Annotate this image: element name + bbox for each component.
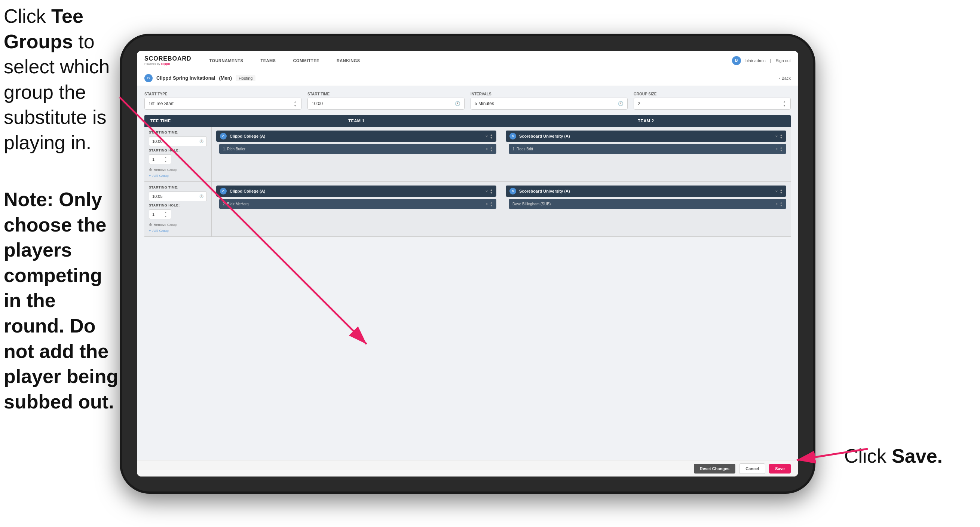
team2-up-1[interactable]: ▲ xyxy=(780,134,783,136)
team2-card-left-1: S Scoreboard University (A) xyxy=(509,133,570,140)
player-down-2-1[interactable]: ▼ xyxy=(780,149,783,152)
starting-hole-input-2[interactable]: 1 ▲ ▼ xyxy=(149,209,171,219)
logo-area: SCOREBOARD Powered by clippd xyxy=(145,55,191,65)
team2-remove-1[interactable]: × xyxy=(775,134,778,139)
team1-down-2[interactable]: ▼ xyxy=(490,191,493,194)
reset-changes-button[interactable]: Reset Changes xyxy=(694,464,735,473)
team2-down-2[interactable]: ▼ xyxy=(780,191,783,194)
player-remove-2-1[interactable]: × xyxy=(775,147,778,151)
table-row: STARTING TIME: 10:00 🕐 STARTING HOLE: 1 … xyxy=(145,127,791,182)
player-card-1-2[interactable]: 2. Blair McHarg × ▲ ▼ xyxy=(219,199,496,209)
save-button[interactable]: Save xyxy=(769,464,791,473)
sub-header: B Clippd Spring Invitational (Men) Hosti… xyxy=(137,70,798,86)
start-type-input[interactable]: 1st Tee Start ▲ ▼ xyxy=(145,98,301,110)
player-remove-1-2[interactable]: × xyxy=(485,202,488,206)
nav-committee[interactable]: COMMITTEE xyxy=(290,57,323,64)
add-group-button-2[interactable]: + Add Group xyxy=(149,229,207,232)
player-card-2-1[interactable]: 1. Rees Britt × ▲ ▼ xyxy=(509,144,786,154)
team1-header: Team 1 xyxy=(212,115,501,127)
player-up-1-1[interactable]: ▲ xyxy=(490,146,493,149)
clippd-brand: clippd xyxy=(161,62,170,65)
player-down-1-1[interactable]: ▼ xyxy=(490,149,493,152)
team1-arrows-2: ▲ ▼ xyxy=(490,188,493,194)
remove-group-button-1[interactable]: 🗑 Remove Group xyxy=(149,168,207,172)
instruction-text: Click Tee Groups to select which group t… xyxy=(4,4,120,156)
team1-down-1[interactable]: ▼ xyxy=(490,137,493,139)
starting-time-input-1[interactable]: 10:00 🕐 xyxy=(149,137,207,146)
tournament-gender: (Men) xyxy=(219,75,232,81)
cancel-button[interactable]: Cancel xyxy=(739,463,765,474)
team2-arrows-2: ▲ ▼ xyxy=(780,188,783,194)
tee-groups: STARTING TIME: 10:00 🕐 STARTING HOLE: 1 … xyxy=(145,127,791,237)
tee-time-header: Tee Time xyxy=(145,115,212,127)
player-remove-1-1[interactable]: × xyxy=(485,147,488,151)
player-remove-2-2[interactable]: × xyxy=(775,202,778,206)
team1-up-2[interactable]: ▲ xyxy=(490,188,493,191)
intervals-label: Intervals xyxy=(471,92,628,96)
group-size-down[interactable]: ▼ xyxy=(782,104,787,108)
team1-card-1[interactable]: C Clippd College (A) × ▲ ▼ xyxy=(216,131,496,142)
team1-remove-1[interactable]: × xyxy=(485,134,488,139)
group-size-up[interactable]: ▲ xyxy=(782,100,787,103)
team1-avatar-1: C xyxy=(220,133,227,140)
group-size-input[interactable]: 2 ▲ ▼ xyxy=(634,98,791,110)
team2-card-2[interactable]: S Scoreboard University (A) × ▲ ▼ xyxy=(506,186,786,197)
team2-remove-2[interactable]: × xyxy=(775,189,778,193)
team1-cell-1: C Clippd College (A) × ▲ ▼ xyxy=(212,127,501,182)
group-size-stepper: ▲ ▼ xyxy=(782,100,787,108)
back-button[interactable]: ‹ Back xyxy=(779,76,791,80)
add-group-label-2: Add Group xyxy=(152,229,169,232)
team2-name-2: Scoreboard University (A) xyxy=(519,189,570,193)
start-time-input[interactable]: 10:00 🕐 xyxy=(307,98,465,110)
team1-controls-1: × ▲ ▼ xyxy=(485,134,493,139)
player-card-2-2[interactable]: Dave Billingham (SUB) × ▲ ▼ xyxy=(509,199,786,209)
starting-time-input-2[interactable]: 10:05 🕐 xyxy=(149,191,207,201)
hole-up-2[interactable]: ▲ xyxy=(164,210,168,214)
nav-right: B blair admin | Sign out xyxy=(732,56,791,65)
hole-down-2[interactable]: ▼ xyxy=(164,215,168,218)
team2-avatar-1: S xyxy=(509,133,516,140)
trash-icon-1: 🗑 xyxy=(149,168,152,172)
tee-groups-bold: Tee Groups xyxy=(4,5,83,53)
start-type-down[interactable]: ▼ xyxy=(293,104,298,108)
hole-up-1[interactable]: ▲ xyxy=(164,156,168,159)
player-up-2-1[interactable]: ▲ xyxy=(780,146,783,149)
team2-card-1[interactable]: S Scoreboard University (A) × ▲ ▼ xyxy=(506,131,786,142)
start-type-field: Start Type 1st Tee Start ▲ ▼ xyxy=(145,92,301,110)
player-down-1-2[interactable]: ▼ xyxy=(490,204,493,207)
starting-hole-value-1: 1 xyxy=(152,157,154,162)
team1-up-1[interactable]: ▲ xyxy=(490,134,493,136)
powered-by-label: Powered by clippd xyxy=(145,62,191,65)
team1-card-left-2: C Clippd College (A) xyxy=(220,188,265,194)
starting-hole-input-1[interactable]: 1 ▲ ▼ xyxy=(149,154,171,164)
hosting-badge: Hosting xyxy=(235,75,256,81)
player-controls-2-1: × ▲ ▼ xyxy=(775,146,783,152)
team2-down-1[interactable]: ▼ xyxy=(780,137,783,139)
nav-tournaments[interactable]: TOURNAMENTS xyxy=(207,57,247,64)
team1-remove-2[interactable]: × xyxy=(485,189,488,193)
intervals-input[interactable]: 5 Minutes 🕐 xyxy=(471,98,628,110)
player-up-2-2[interactable]: ▲ xyxy=(780,201,783,204)
player-card-1-1[interactable]: 1. Rich Butler × ▲ ▼ xyxy=(219,144,496,154)
group-size-field: Group Size 2 ▲ ▼ xyxy=(634,92,791,110)
team1-card-2[interactable]: C Clippd College (A) × ▲ ▼ xyxy=(216,186,496,197)
hole-down-1[interactable]: ▼ xyxy=(164,160,168,164)
scoreboard-logo: SCOREBOARD xyxy=(145,55,191,62)
player-up-1-2[interactable]: ▲ xyxy=(490,201,493,204)
clock-icon-4: 🕐 xyxy=(199,194,204,198)
start-type-up[interactable]: ▲ xyxy=(293,100,298,103)
nav-rankings[interactable]: RANKINGS xyxy=(334,57,363,64)
team1-name-2: Clippd College (A) xyxy=(230,189,265,193)
sign-out-link[interactable]: Sign out xyxy=(776,58,791,63)
player-name-2-2: Dave Billingham (SUB) xyxy=(512,202,550,206)
player-down-2-2[interactable]: ▼ xyxy=(780,204,783,207)
tee-table-header: Tee Time Team 1 Team 2 xyxy=(145,115,791,127)
team2-avatar-2: S xyxy=(509,188,516,194)
trash-icon-2: 🗑 xyxy=(149,223,152,227)
remove-group-button-2[interactable]: 🗑 Remove Group xyxy=(149,223,207,227)
nav-avatar: B xyxy=(732,56,741,65)
nav-teams[interactable]: TEAMS xyxy=(257,57,278,64)
add-group-button-1[interactable]: + Add Group xyxy=(149,174,207,178)
team2-up-2[interactable]: ▲ xyxy=(780,188,783,191)
player-controls-2-2: × ▲ ▼ xyxy=(775,201,783,207)
